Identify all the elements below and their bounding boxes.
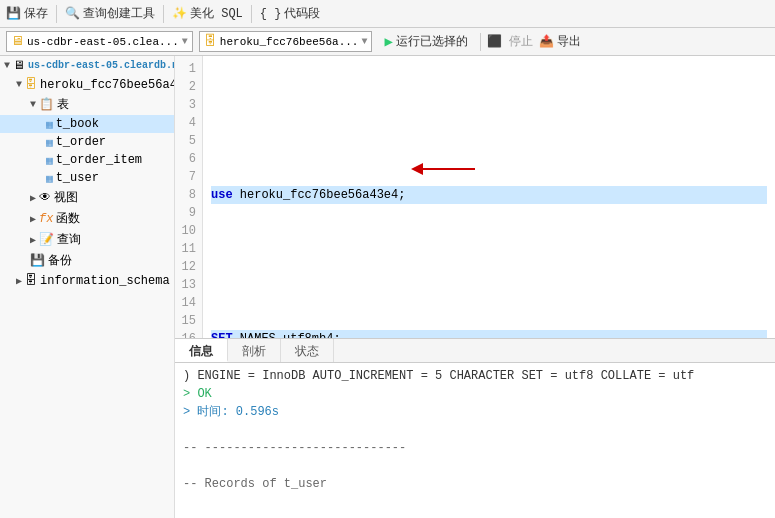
ln-6: 6 bbox=[181, 150, 196, 168]
code-snippet-label: 代码段 bbox=[284, 5, 320, 22]
editor-panel: 1 2 3 4 5 6 7 8 9 10 11 12 13 14 15 16 1 bbox=[175, 56, 775, 518]
tables-icon: 📋 bbox=[39, 97, 54, 112]
views-label: 视图 bbox=[54, 189, 78, 206]
save-icon: 💾 bbox=[6, 6, 21, 21]
run-label: 运行已选择的 bbox=[396, 33, 468, 50]
ln-11: 11 bbox=[181, 240, 196, 258]
result-line-6 bbox=[183, 457, 767, 475]
functions-chevron: ▶ bbox=[30, 213, 36, 225]
export-button[interactable]: 📤 导出 bbox=[539, 33, 581, 50]
sidebar-queries[interactable]: ▶ 📝 查询 bbox=[0, 229, 174, 250]
ln-1: 1 bbox=[181, 60, 196, 78]
functions-label: 函数 bbox=[56, 210, 80, 227]
beautify-icon: ✨ bbox=[172, 6, 187, 21]
connection2-chevron: ▼ bbox=[361, 36, 367, 47]
toolbar2-sep bbox=[480, 33, 481, 51]
tab-status[interactable]: 状态 bbox=[281, 339, 334, 362]
ln-12: 12 bbox=[181, 258, 196, 276]
connection1-icon: 🖥 bbox=[11, 34, 24, 49]
beautify-button[interactable]: ✨ 美化 SQL bbox=[172, 5, 243, 22]
results-content: ) ENGINE = InnoDB AUTO_INCREMENT = 5 CHA… bbox=[175, 363, 775, 518]
ln-13: 13 bbox=[181, 276, 196, 294]
query-tool-label: 查询创建工具 bbox=[83, 5, 155, 22]
result-line-2: > OK bbox=[183, 385, 767, 403]
results-panel: 信息 剖析 状态 ) ENGINE = InnoDB AUTO_INCREMEN… bbox=[175, 338, 775, 518]
t_user-label: t_user bbox=[56, 171, 99, 185]
export-label: 导出 bbox=[557, 33, 581, 50]
stop-button[interactable]: ⬛ 停止 bbox=[487, 33, 533, 50]
connection2-label: heroku_fcc76bee56a... bbox=[220, 36, 359, 48]
sidebar-item-t_user[interactable]: ▦ t_user bbox=[0, 169, 174, 187]
connection2-select[interactable]: 🗄 heroku_fcc76bee56a... ▼ bbox=[199, 31, 373, 52]
save-button[interactable]: 💾 保存 bbox=[6, 5, 48, 22]
connection1-label: us-cdbr-east-05.clea... bbox=[27, 36, 179, 48]
queries-chevron: ▶ bbox=[30, 234, 36, 246]
code-content[interactable]: use heroku_fcc76bee56a43e4; bbox=[203, 56, 775, 338]
sidebar-info-schema[interactable]: ▶ 🗄 information_schema bbox=[0, 271, 174, 290]
table-icon-t_order: ▦ bbox=[46, 136, 53, 149]
sidebar-functions[interactable]: ▶ fx 函数 bbox=[0, 208, 174, 229]
tables-label: 表 bbox=[57, 96, 69, 113]
ln-5: 5 bbox=[181, 132, 196, 150]
ln-15: 15 bbox=[181, 312, 196, 330]
connection-toolbar: 🖥 us-cdbr-east-05.clea... ▼ 🗄 heroku_fcc… bbox=[0, 28, 775, 56]
sidebar-backups[interactable]: 💾 备份 bbox=[0, 250, 174, 271]
queries-icon: 📝 bbox=[39, 232, 54, 247]
info-schema-label: information_schema bbox=[40, 274, 170, 288]
functions-icon: fx bbox=[39, 212, 53, 226]
result-line-7: -- Records of t_user bbox=[183, 475, 767, 493]
query-tool-icon: 🔍 bbox=[65, 6, 80, 21]
toolbar-sep-3 bbox=[251, 5, 252, 23]
db-icon: 🗄 bbox=[25, 77, 37, 92]
sidebar-views[interactable]: ▶ 👁 视图 bbox=[0, 187, 174, 208]
db-label: heroku_fcc76bee56a43e4 bbox=[40, 78, 175, 92]
backups-label: 备份 bbox=[48, 252, 72, 269]
line-numbers: 1 2 3 4 5 6 7 8 9 10 11 12 13 14 15 16 1 bbox=[175, 56, 203, 338]
code-snippet-button[interactable]: { } 代码段 bbox=[260, 5, 321, 22]
queries-label: 查询 bbox=[57, 231, 81, 248]
toolbar-sep-1 bbox=[56, 5, 57, 23]
ln-3: 3 bbox=[181, 96, 196, 114]
backups-icon: 💾 bbox=[30, 253, 45, 268]
tab-profile[interactable]: 剖析 bbox=[228, 339, 281, 362]
connection1-chevron: ▼ bbox=[182, 36, 188, 47]
info-schema-icon: 🗄 bbox=[25, 273, 37, 288]
sidebar-item-t_order_item[interactable]: ▦ t_order_item bbox=[0, 151, 174, 169]
tables-chevron: ▼ bbox=[30, 99, 36, 110]
result-line-8 bbox=[183, 493, 767, 511]
kw-set4: SET bbox=[211, 330, 233, 338]
table-icon-t_order_item: ▦ bbox=[46, 154, 53, 167]
db-chevron: ▼ bbox=[16, 79, 22, 90]
sidebar-item-t_book[interactable]: ▦ t_book bbox=[0, 115, 174, 133]
toolbar-sep-2 bbox=[163, 5, 164, 23]
main-toolbar: 💾 保存 🔍 查询创建工具 ✨ 美化 SQL { } 代码段 bbox=[0, 0, 775, 28]
result-line-9: -- ---------------------------- bbox=[183, 511, 767, 518]
info-schema-chevron: ▶ bbox=[16, 275, 22, 287]
table-icon-t_book: ▦ bbox=[46, 118, 53, 131]
editor-lines: 1 2 3 4 5 6 7 8 9 10 11 12 13 14 15 16 1 bbox=[175, 56, 775, 338]
code-line-3 bbox=[211, 258, 767, 276]
names-val: NAMES utf8mb4; bbox=[240, 330, 341, 338]
sidebar-server[interactable]: ▼ 🖥 us-cdbr-east-05.cleardb.net_3306 bbox=[0, 56, 174, 75]
connection1-select[interactable]: 🖥 us-cdbr-east-05.clea... ▼ bbox=[6, 31, 193, 52]
ln-8: 8 bbox=[181, 186, 196, 204]
code-snippet-icon: { } bbox=[260, 7, 282, 21]
sql-editor[interactable]: 1 2 3 4 5 6 7 8 9 10 11 12 13 14 15 16 1 bbox=[175, 56, 775, 338]
ln-10: 10 bbox=[181, 222, 196, 240]
t_order-label: t_order bbox=[56, 135, 106, 149]
run-button[interactable]: ▶ 运行已选择的 bbox=[378, 31, 473, 52]
server-label: us-cdbr-east-05.cleardb.net_3306 bbox=[28, 60, 175, 71]
save-label: 保存 bbox=[24, 5, 48, 22]
sidebar-tables[interactable]: ▼ 📋 表 bbox=[0, 94, 174, 115]
ln-7: 7 bbox=[181, 168, 196, 186]
stop-label: 停止 bbox=[509, 35, 533, 49]
sidebar-item-t_order[interactable]: ▦ t_order bbox=[0, 133, 174, 151]
result-line-4 bbox=[183, 421, 767, 439]
query-tool-button[interactable]: 🔍 查询创建工具 bbox=[65, 5, 155, 22]
ln-4: 4 bbox=[181, 114, 196, 132]
main-content: ▼ 🖥 us-cdbr-east-05.cleardb.net_3306 ▼ 🗄… bbox=[0, 56, 775, 518]
sidebar-db[interactable]: ▼ 🗄 heroku_fcc76bee56a43e4 bbox=[0, 75, 174, 94]
result-line-1: ) ENGINE = InnoDB AUTO_INCREMENT = 5 CHA… bbox=[183, 367, 767, 385]
tab-info[interactable]: 信息 bbox=[175, 339, 228, 362]
code-line-4: SET NAMES utf8mb4; bbox=[211, 330, 767, 338]
